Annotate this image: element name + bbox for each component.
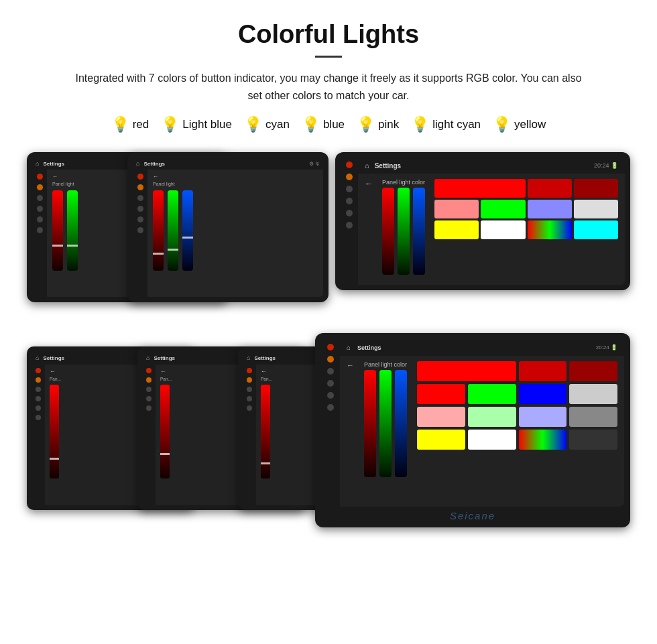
b1-dot1 [36,368,41,373]
bl-cell-y [417,430,465,450]
page-container: Colorful Lights Integrated with 7 colors… [0,0,657,554]
lt-time: 20:24 🔋 [594,162,618,169]
bl-cell-blk [569,430,617,450]
screen-device-b-large: ⌂ Settings 20:24 🔋 ← Panel light color [315,333,630,527]
bulb-cyan-icon: 💡 [244,117,262,132]
sidebar-dot2-6 [137,227,143,233]
lt-sliders-section: Panel light color [382,179,425,275]
top-row-screens: ⌂ Settings ⚙ ↯ [27,152,630,313]
b3-dot5 [247,405,252,411]
header-icons-2: ⚙ ↯ [309,161,320,167]
sidebar-dot2-5 [137,216,143,222]
lt-dot5 [346,210,353,216]
color-label-blue: blue [323,118,345,131]
bl-dot3 [327,368,334,375]
lt-dot4 [346,198,353,204]
b3-thumb-r [261,462,270,464]
bl-cell-r4 [417,384,465,404]
bl-time: 20:24 🔋 [596,344,617,350]
lt-back: ← [365,179,373,188]
color-label-lightblue: Light blue [182,118,232,131]
color-item-lightcyan: 💡 light cyan [411,117,481,132]
slider-green-2 [168,190,178,271]
bl-cell-lb [519,407,567,427]
color-item-lightblue: 💡 Light blue [161,117,232,132]
screen-2-header: ⌂ Settings ⚙ ↯ [133,157,323,170]
title-divider [315,56,342,58]
slider-thumb-g2 [168,249,178,251]
lt-slider-green [398,188,410,275]
page-title: Colorful Lights [27,20,630,49]
sidebar-dot-1 [37,174,43,180]
b2-dot5 [146,405,152,411]
sidebar-dot2-2 [137,184,143,190]
lt-panel-label: Panel light color [382,179,425,186]
large-top-main: ⌂ Settings 20:24 🔋 ← Panel light color [358,157,625,285]
lt-dot3 [346,186,353,192]
bottom-row-screens: ⌂ Settings ← [27,333,630,527]
bl-cell-b1 [519,384,567,404]
bl-cell-r2 [519,361,567,381]
color-item-cyan: 💡 cyan [244,117,290,132]
b2-dot2 [146,377,152,383]
lt-slider-red [382,188,394,275]
b1-sidebar [32,365,45,505]
b3-dot2 [247,377,252,383]
slider-green-1 [67,190,78,271]
bl-cell-g1 [468,384,516,404]
screen-device-large-top: ⌂ Settings 20:24 🔋 ← Panel light color [335,152,630,290]
bl-cell-grey [569,384,617,404]
lt-dot2 [346,174,353,180]
slider-thumb-r1 [52,245,63,247]
b2-settings: Settings [154,355,175,361]
bl-home-icon: ⌂ [347,344,351,351]
slider-thumb-g1 [67,245,78,247]
screen-2-sidebar [133,170,147,297]
bl-sliders-section: Panel light color [364,361,407,477]
settings-label-1: Settings [43,161,64,167]
b3-dot1 [247,368,252,373]
bl-cell-r3 [569,361,617,381]
color-item-yellow: 💡 yellow [493,117,546,132]
lt-cell-b1 [528,200,572,218]
color-label-lightcyan: light cyan [432,118,481,131]
bl-dot6 [327,404,334,411]
lt-cell-c1 [574,220,618,239]
screen-1-sidebar [32,170,47,297]
lt-right [434,179,618,239]
color-item-pink: 💡 pink [357,117,399,132]
b2-dot4 [146,396,152,401]
blarge-sidebar [321,339,340,507]
bl-cell-lg [468,407,516,427]
colors-row: 💡 red 💡 Light blue 💡 cyan 💡 blue 💡 pink … [27,117,630,132]
bl-dot2 [327,356,334,363]
bl-cell-r-wide [417,361,516,381]
lt-cell-r2 [528,179,572,198]
color-item-red: 💡 red [111,117,150,132]
lt-cell-y1 [434,220,479,239]
lt-cell-r [434,179,525,198]
b2-dot3 [146,387,152,392]
lt-cell-w [574,200,618,218]
bl-panel-label: Panel light color [364,361,407,368]
bl-right [417,361,617,450]
description-text: Integrated with 7 colors of button indic… [74,70,583,104]
color-label-pink: pink [378,118,399,131]
panel-label-2: Panel light [153,182,318,186]
bl-color-grid [417,361,617,450]
screen-2-back: ← [153,174,318,180]
slider-red-1 [52,190,63,271]
sidebar-dot2-3 [137,195,143,201]
lt-cell-r3 [574,179,618,198]
b2-thumb-r [160,453,170,455]
bl-dot1 [327,344,334,350]
home-icon-2: ⌂ [136,160,139,167]
large-top-header: ⌂ Settings 20:24 🔋 [358,157,625,174]
lt-sliders [382,188,425,275]
b1-thumb-r [50,458,59,460]
bulb-yellow-icon: 💡 [493,117,511,132]
bl-cell-lp [417,407,465,427]
color-label-yellow: yellow [514,118,546,131]
b3-slider-r [261,385,270,478]
home-icon-1: ⌂ [36,160,39,167]
